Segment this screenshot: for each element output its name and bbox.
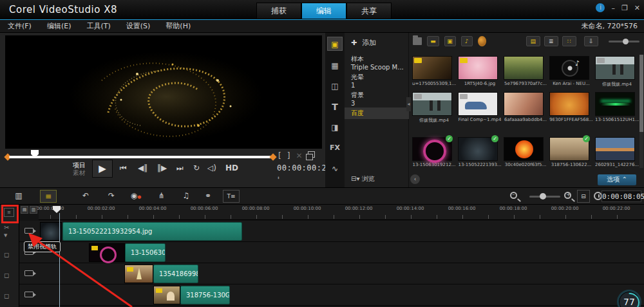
timeline-clip[interactable]: 135418699876 <box>153 265 198 283</box>
gallery-item[interactable]: 你拨我拨.mp4 <box>595 56 639 88</box>
folder-icon[interactable] <box>413 37 422 45</box>
thumbnail-zoom-slider[interactable] <box>609 41 639 42</box>
category-item[interactable]: Triple Scoop M... <box>345 62 409 72</box>
track-option-icon[interactable]: ◻ <box>4 292 9 299</box>
home-button[interactable]: ⏮ <box>120 163 127 172</box>
filter-video-button[interactable]: ▬ <box>427 36 439 46</box>
tab-edit[interactable]: 编辑 <box>301 3 346 19</box>
menu-tools[interactable]: 工具(T) <box>79 21 118 31</box>
timeline-clip[interactable]: 13-150630192 <box>125 243 166 262</box>
mark-in-button[interactable]: [ <box>278 151 281 160</box>
disable-video-track-icon[interactable] <box>24 228 33 234</box>
filter-photo-button[interactable]: ▣ <box>444 36 456 46</box>
graphic-icon[interactable]: ◨ <box>327 120 343 135</box>
transition-icon[interactable]: ◫ <box>327 79 343 93</box>
minimize-button[interactable]: – <box>611 4 615 12</box>
menu-file[interactable]: 文件(F) <box>0 21 39 31</box>
track-dropdown-icon[interactable]: ▼ <box>4 233 7 238</box>
gallery-item[interactable]: 9E30F1FFEAF568... <box>549 92 593 122</box>
storyboard-view-button[interactable]: ▥ <box>10 190 27 203</box>
overlay-track-3[interactable]: 318756-130G222 <box>19 284 644 306</box>
timeline-ruler[interactable]: 00:00:00:00 00:00:02:00 00:00:04:00 00:0… <box>39 205 644 220</box>
track-manager-icon[interactable]: ⚭ <box>200 190 216 203</box>
gallery-scrollbar[interactable] <box>639 55 643 168</box>
record-capture-icon[interactable]: ◉● <box>128 190 144 203</box>
filter-audio-button[interactable]: ♪ <box>461 36 473 46</box>
clip-thumbnail[interactable] <box>153 286 180 304</box>
options-button[interactable]: 选项 ⌃ <box>598 174 636 185</box>
filter-fx-icon[interactable]: FX <box>327 141 343 155</box>
gallery-item[interactable]: 5e79679370af7c... <box>504 56 547 86</box>
clip-thumbnail[interactable] <box>124 265 153 283</box>
tab-share[interactable]: 共享 <box>346 3 392 19</box>
gallery-item[interactable]: u=1750055309,1... <box>412 56 456 86</box>
split-clip-button[interactable]: ✕ <box>296 151 302 160</box>
mark-out-button[interactable]: ] <box>287 151 290 160</box>
restore-button[interactable]: ❐ <box>621 4 628 12</box>
slider-knob[interactable] <box>623 39 629 44</box>
timeline-zoom-slider[interactable] <box>529 196 560 198</box>
gallery-item[interactable]: 13-15061512UH1... <box>595 92 639 122</box>
media-icon[interactable]: ▣ <box>327 37 343 51</box>
track-view-fit-button[interactable]: ▥ <box>30 206 37 214</box>
overlay-track-1[interactable]: 13-150630192 <box>19 242 644 263</box>
menu-edit[interactable]: 编辑(E) <box>39 21 79 31</box>
track-option-icon[interactable]: ◻ <box>4 251 9 258</box>
clip-thumbnail[interactable] <box>89 243 125 262</box>
timeline-view-button[interactable]: ≡ <box>40 190 57 203</box>
end-button[interactable]: ⏭ <box>176 163 184 172</box>
track-option-icon[interactable]: ◻ <box>4 272 9 279</box>
volume-icon[interactable]: ◁) <box>207 163 216 172</box>
preview-scrubber[interactable] <box>5 153 276 162</box>
menu-help[interactable]: 帮助(H) <box>158 21 198 31</box>
gallery-item[interactable]: 6afaaaa9abddb4... <box>504 92 547 122</box>
gallery-item[interactable]: 1RT5J40-6.jpg <box>458 56 502 86</box>
track-view-all-button[interactable]: ▤ <box>21 206 28 214</box>
fit-project-icon[interactable]: ⊟ <box>577 190 590 203</box>
title-icon[interactable]: T <box>327 100 343 114</box>
timeline-clip[interactable]: 13-150522213932954.jpg <box>62 222 242 241</box>
get-more-icon[interactable] <box>478 36 486 46</box>
hd-toggle[interactable]: HD <box>225 163 238 172</box>
gallery-item[interactable]: 30c40e020f63f5... <box>504 137 547 167</box>
zoom-in-icon[interactable]: + <box>564 192 571 199</box>
gallery-item[interactable]: ✓ 318756-130622... <box>549 137 593 167</box>
gallery-item[interactable]: ✓ 13-15063019212... <box>412 137 456 167</box>
scrub-bar[interactable] <box>9 156 272 158</box>
collapse-gallery-button[interactable]: ‹ <box>410 174 420 184</box>
preview-timecode[interactable]: 00:00:00:21 ⬍ <box>277 163 323 181</box>
category-item[interactable]: 1 <box>345 80 409 90</box>
slider-knob[interactable] <box>540 193 546 200</box>
sound-mixer-icon[interactable]: ⋔ <box>153 190 170 203</box>
import-media-button[interactable]: ⇩ <box>584 36 598 46</box>
mode-project[interactable]: 项目 <box>73 162 86 169</box>
gallery-item[interactable]: 2602931_142276... <box>595 137 639 167</box>
instant-project-icon[interactable]: ▦ <box>327 59 343 73</box>
browse-button[interactable]: ⊟▾ 浏览 <box>351 174 375 183</box>
prev-frame-button[interactable]: ◀‖ <box>138 163 147 172</box>
video-track-1[interactable]: 13-150522213932954.jpg <box>19 221 644 242</box>
auto-music-icon[interactable]: ♫ <box>178 190 194 203</box>
category-item-selected[interactable]: 百度 <box>345 107 409 119</box>
clip-thumbnail[interactable] <box>40 222 62 241</box>
thumbnail-view-button[interactable]: ▤ <box>526 36 540 46</box>
overlay-track-2[interactable]: 135418699876 <box>19 263 644 284</box>
subtitle-editor-icon[interactable]: T≡ <box>223 190 240 203</box>
gallery-item[interactable]: Final Comp~1.mp4 <box>458 92 502 122</box>
overlay-track-icon[interactable] <box>24 270 33 276</box>
help-icon[interactable]: i <box>596 3 605 12</box>
menu-settings[interactable]: 设置(S) <box>118 21 158 31</box>
gallery-item[interactable]: Ken Arai - NEU... <box>549 56 593 86</box>
tab-capture[interactable]: 捕获 <box>256 3 301 19</box>
grid-view-button[interactable]: ∷ <box>562 36 576 46</box>
timeline-timecode[interactable]: 0:00:08:05 <box>601 191 641 202</box>
enlarge-preview-button[interactable] <box>308 151 315 158</box>
add-folder-button[interactable]: ✚添加 <box>351 38 376 48</box>
overlay-track-icon[interactable] <box>24 292 33 297</box>
repeat-button[interactable]: ↻ <box>193 163 200 172</box>
scissors-icon[interactable]: ✂ <box>4 224 9 231</box>
gallery-item[interactable]: 你拨我拨.mp4 <box>412 92 456 124</box>
redo-button[interactable]: ↷ <box>103 190 120 203</box>
motion-path-icon[interactable]: ∿ <box>327 162 343 176</box>
play-button[interactable]: ▶ <box>92 160 113 178</box>
